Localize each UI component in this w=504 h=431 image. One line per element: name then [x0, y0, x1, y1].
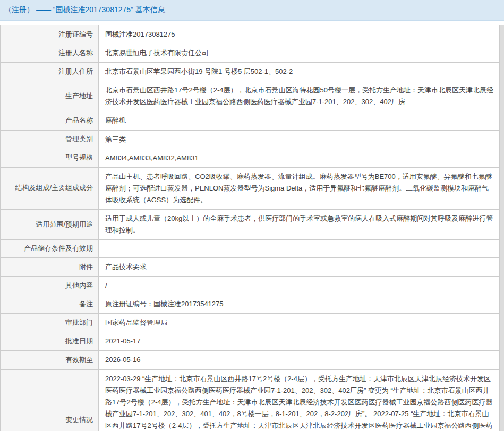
table-row: 结构及组成/主要组成成分 产品由主机、患者呼吸回路、CO2吸收罐、麻药蒸发器、流… [1, 167, 500, 209]
table-row: 审批部门 国家药品监督管理局 [1, 314, 500, 332]
right-gutter [500, 25, 504, 431]
field-value: 第三类 [99, 130, 500, 149]
table-row: 其他内容 / [1, 277, 500, 295]
field-value: 北京市石景山区苹果园西小街19 号院1 号楼5 层502-1、502-2 [99, 63, 500, 81]
page-title: （注册） —— “国械注准20173081275” 基本信息 [0, 0, 504, 21]
field-label: 审批部门 [1, 314, 99, 332]
field-label: 变更情况 [1, 369, 99, 431]
field-label: 结构及组成/主要组成成分 [1, 167, 99, 209]
field-label: 附件 [1, 258, 99, 277]
field-value: 北京易世恒电子技术有限责任公司 [99, 44, 500, 63]
table-row: 注册证编号 国械注准20173081275 [1, 25, 500, 44]
field-value: 国械注准20173081275 [99, 25, 500, 44]
field-value: 2022-03-29 “生产地址：北京市石景山区西井路17号2号楼（2-4层），… [99, 369, 500, 431]
table-row: 适用范围/预期用途 适用于成人或儿童（20kg以上）的全麻手术患者，供医疗部门的… [1, 210, 500, 240]
field-value: 2021-05-17 [99, 332, 500, 351]
field-label: 注册证编号 [1, 25, 99, 44]
field-label: 生产地址 [1, 81, 99, 111]
table-row: 产品名称 麻醉机 [1, 111, 500, 130]
field-value: 原注册证编号：国械注准20173541275 [99, 295, 500, 314]
field-value: 国家药品监督管理局 [99, 314, 500, 332]
header-gap [0, 21, 504, 25]
field-value: 2026-05-16 [99, 351, 500, 369]
field-label: 其他内容 [1, 277, 99, 295]
table-row: 产品储存条件及有效期 [1, 240, 500, 258]
field-value: 产品由主机、患者呼吸回路、CO2吸收罐、麻药蒸发器、流量计组成。麻药蒸发器型号为… [99, 167, 500, 209]
table-row: 批准日期 2021-05-17 [1, 332, 500, 351]
field-label: 产品名称 [1, 111, 99, 130]
field-value: AM834,AM833,AM832,AM831 [99, 149, 500, 167]
table-row: 生产地址 北京市石景山区西井路17号2号楼（2-4层），北京市石景山区海特花园5… [1, 81, 500, 111]
registration-info-table: 注册证编号 国械注准20173081275 注册人名称 北京易世恒电子技术有限责… [0, 25, 500, 431]
field-label: 管理类别 [1, 130, 99, 149]
table-row: 型号规格 AM834,AM833,AM832,AM831 [1, 149, 500, 167]
table-row: 变更情况 2022-03-29 “生产地址：北京市石景山区西井路17号2号楼（2… [1, 369, 500, 431]
field-label: 注册人名称 [1, 44, 99, 63]
table-row: 附件 产品技术要求 [1, 258, 500, 277]
table-row: 备注 原注册证编号：国械注准20173541275 [1, 295, 500, 314]
field-label: 注册人住所 [1, 63, 99, 81]
field-value: 产品技术要求 [99, 258, 500, 277]
field-value: / [99, 277, 500, 295]
page-title-text: （注册） —— “国械注准20173081275” 基本信息 [4, 5, 165, 14]
field-label: 型号规格 [1, 149, 99, 167]
table-row: 有效期至 2026-05-16 [1, 351, 500, 369]
table-row: 管理类别 第三类 [1, 130, 500, 149]
field-value: 北京市石景山区西井路17号2号楼（2-4层），北京市石景山区海特花园50号楼一层… [99, 81, 500, 111]
field-label: 批准日期 [1, 332, 99, 351]
table-row: 注册人住所 北京市石景山区苹果园西小街19 号院1 号楼5 层502-1、502… [1, 63, 500, 81]
field-label: 适用范围/预期用途 [1, 210, 99, 240]
field-value: 适用于成人或儿童（20kg以上）的全麻手术患者，供医疗部门的手术室或急救室的病人… [99, 210, 500, 240]
field-value: 麻醉机 [99, 111, 500, 130]
field-label: 备注 [1, 295, 99, 314]
field-value [99, 240, 500, 258]
table-row: 注册人名称 北京易世恒电子技术有限责任公司 [1, 44, 500, 63]
field-label: 产品储存条件及有效期 [1, 240, 99, 258]
field-label: 有效期至 [1, 351, 99, 369]
registration-info-page: （注册） —— “国械注准20173081275” 基本信息 注册证编号 国械注… [0, 0, 504, 431]
